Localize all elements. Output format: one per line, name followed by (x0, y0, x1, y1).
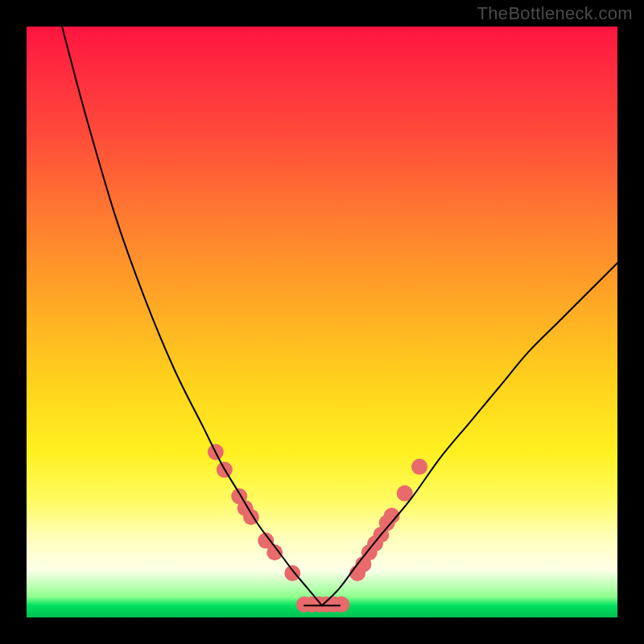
marker-point (411, 459, 427, 475)
marker-point (284, 565, 300, 581)
curve-left-branch (62, 27, 322, 605)
marker-layer (208, 444, 427, 612)
curve-right-branch (322, 263, 617, 606)
curve-layer (62, 27, 617, 605)
watermark-text: TheBottleneck.com (477, 3, 633, 24)
marker-point (333, 597, 349, 613)
chart-frame: TheBottleneck.com (0, 0, 644, 644)
plot-area (27, 27, 617, 617)
chart-svg (27, 27, 617, 617)
